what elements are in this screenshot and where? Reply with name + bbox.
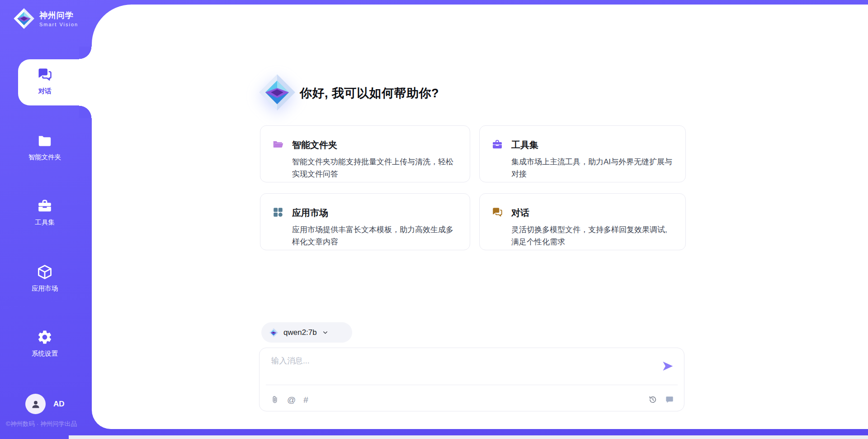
card-title: 应用市场 xyxy=(292,207,459,219)
folder-open-icon xyxy=(272,138,284,150)
brand: 神州问学 Smart Vision xyxy=(13,7,78,30)
copyright: ©神州数码 · 神州问学出品 xyxy=(6,420,77,428)
composer-divider xyxy=(266,385,678,385)
sidebar-item-smart-folder[interactable]: 智能文件夹 xyxy=(0,133,90,162)
card-title: 智能文件夹 xyxy=(292,139,459,151)
sidebar-item-label: 工具集 xyxy=(35,218,55,227)
user-name: AD xyxy=(53,400,65,409)
card-title: 工具集 xyxy=(511,139,675,151)
message-square-icon xyxy=(665,395,674,404)
brand-subtitle: Smart Vision xyxy=(39,22,78,27)
card-app-market[interactable]: 应用市场 应用市场提供丰富长文本模板，助力高效生成多样化文章内容 xyxy=(260,193,470,250)
briefcase-icon xyxy=(491,138,503,150)
card-description: 应用市场提供丰富长文本模板，助力高效生成多样化文章内容 xyxy=(292,224,459,250)
card-toolset[interactable]: 工具集 集成市场上主流工具，助力AI与外界无缝扩展与对接 xyxy=(479,125,686,182)
send-icon xyxy=(661,359,675,373)
card-description: 灵活切换多模型文件，支持多样回复效果调试,满足个性化需求 xyxy=(511,224,675,250)
folder-icon xyxy=(37,133,53,149)
composer-right-tools xyxy=(648,395,674,404)
card-title: 对话 xyxy=(511,207,675,219)
tab-fillet-top xyxy=(79,47,92,59)
model-logo-icon xyxy=(269,328,278,338)
card-description: 集成市场上主流工具，助力AI与外界无缝扩展与对接 xyxy=(511,156,675,182)
model-name: qwen2:7b xyxy=(283,328,317,337)
brand-logo-icon xyxy=(13,7,35,30)
sidebar-item-chat[interactable]: 对话 xyxy=(0,67,90,95)
horizontal-scrollbar[interactable] xyxy=(69,435,868,439)
tab-fillet-bottom xyxy=(79,105,92,118)
grid-icon xyxy=(272,206,284,218)
card-chat[interactable]: 对话 灵活切换多模型文件，支持多样回复效果调试,满足个性化需求 xyxy=(479,193,686,250)
main-panel: 你好, 我可以如何帮助你? 智能文件夹 智能文件夹功能支持批量文件上传与清洗，轻… xyxy=(92,5,868,429)
gear-icon xyxy=(37,329,53,345)
sidebar-item-label: 智能文件夹 xyxy=(28,153,61,162)
chat-icon xyxy=(37,67,53,83)
hash-icon: # xyxy=(303,396,308,404)
chat-icon xyxy=(491,206,503,218)
at-sign-icon: @ xyxy=(287,396,296,404)
cube-icon xyxy=(37,264,53,280)
topic-button[interactable]: # xyxy=(303,396,308,404)
mention-button[interactable]: @ xyxy=(287,396,296,404)
sidebar-item-label: 系统设置 xyxy=(32,349,58,358)
paperclip-icon xyxy=(270,395,279,404)
sidebar-item-settings[interactable]: 系统设置 xyxy=(0,329,90,358)
composer: @ # xyxy=(259,348,684,411)
message-input[interactable] xyxy=(271,355,633,382)
brand-text: 神州问学 Smart Vision xyxy=(39,10,78,27)
composer-left-tools: @ # xyxy=(270,395,308,404)
app-root: { "brand": { "name": "神州问学", "subtitle":… xyxy=(0,0,868,439)
sidebar-item-app-market[interactable]: 应用市场 xyxy=(0,264,90,293)
card-description: 智能文件夹功能支持批量文件上传与清洗，轻松实现文件问答 xyxy=(292,156,459,182)
person-icon xyxy=(30,398,42,410)
send-button[interactable] xyxy=(660,359,675,374)
history-button[interactable] xyxy=(648,395,657,404)
composer-toolbar: @ # xyxy=(270,391,674,408)
avatar xyxy=(25,394,46,414)
brand-name: 神州问学 xyxy=(39,10,78,21)
sidebar-item-label: 对话 xyxy=(38,87,52,95)
feature-cards: 智能文件夹 智能文件夹功能支持批量文件上传与清洗，轻松实现文件问答 工具集 集成… xyxy=(260,125,854,250)
chevron-down-icon xyxy=(322,329,329,336)
history-icon xyxy=(648,395,657,404)
greeting-logo-icon xyxy=(257,72,297,112)
card-smart-folder[interactable]: 智能文件夹 智能文件夹功能支持批量文件上传与清洗，轻松实现文件问答 xyxy=(260,125,470,182)
user-account[interactable]: AD xyxy=(25,394,65,414)
attachment-button[interactable] xyxy=(270,395,279,404)
sidebar-item-label: 应用市场 xyxy=(32,284,58,293)
toolbox-icon xyxy=(37,198,53,214)
sidebar-item-toolset[interactable]: 工具集 xyxy=(0,198,90,227)
messages-button[interactable] xyxy=(665,395,674,404)
greeting-title: 你好, 我可以如何帮助你? xyxy=(300,85,439,101)
model-selector[interactable]: qwen2:7b xyxy=(261,322,352,343)
